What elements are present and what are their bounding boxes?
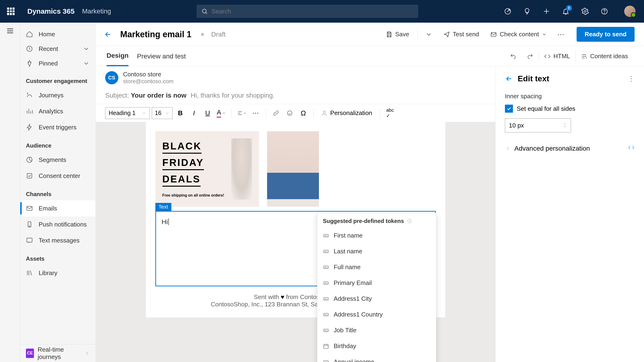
svg-text:Abc: Abc xyxy=(324,361,328,362)
redo-button[interactable] xyxy=(522,53,539,60)
nav-pinned[interactable]: Pinned xyxy=(20,56,96,71)
underline-button[interactable]: U xyxy=(202,107,214,119)
tab-design[interactable]: Design xyxy=(106,46,128,66)
emoji-button[interactable] xyxy=(284,107,296,119)
svg-text:Abc: Abc xyxy=(324,250,328,253)
html-button[interactable]: HTML xyxy=(539,52,576,60)
panel-back-icon[interactable] xyxy=(505,75,513,83)
text-content: Hi xyxy=(162,218,169,226)
more-formatting[interactable]: ⋯ xyxy=(250,107,262,119)
undo-button[interactable] xyxy=(505,53,522,60)
notification-badge: 8 xyxy=(566,5,572,11)
settings-icon[interactable] xyxy=(581,7,589,16)
hero-section[interactable]: BLACK FRIDAY DEALS Free shipping on all … xyxy=(155,122,436,207)
sender-row[interactable]: CS Contoso store store@contoso.com xyxy=(96,66,495,89)
align-button[interactable] xyxy=(236,107,248,119)
ready-to-send-button[interactable]: Ready to send xyxy=(576,27,634,42)
info-icon[interactable] xyxy=(407,218,412,224)
svg-point-5 xyxy=(584,10,586,12)
svg-point-7 xyxy=(604,13,604,13)
nav-consent-center[interactable]: Consent center xyxy=(20,168,96,184)
app-launcher[interactable] xyxy=(4,8,18,15)
color-button[interactable]: A xyxy=(216,107,227,119)
add-icon[interactable] xyxy=(542,7,551,16)
area-switcher[interactable]: CE Real-time journeys xyxy=(20,344,96,362)
panel-menu[interactable]: ⋮ xyxy=(628,75,634,82)
tabs-bar: Design Preview and test HTML Content ide… xyxy=(96,46,644,66)
more-commands[interactable]: ⋯ xyxy=(555,30,567,38)
share-icon[interactable] xyxy=(504,7,512,16)
spellcheck-button[interactable]: abc✓ xyxy=(384,107,396,119)
back-button[interactable] xyxy=(103,29,113,40)
advanced-personalization-toggle[interactable]: Advanced personalization xyxy=(505,144,634,152)
chevron-down-icon[interactable] xyxy=(563,126,567,128)
nav-library[interactable]: Library xyxy=(20,265,96,281)
token-item[interactable]: AbcJob Title xyxy=(317,322,436,338)
global-nav-toggle[interactable] xyxy=(0,22,20,362)
user-avatar[interactable] xyxy=(624,6,636,17)
token-item[interactable]: AbcFirst name xyxy=(317,228,436,244)
subject-row[interactable]: Subject: Your order is now Hi, thanks fo… xyxy=(96,89,495,104)
topbar: Dynamics 365 Marketing 8 xyxy=(0,0,644,22)
symbol-button[interactable]: Ω xyxy=(298,107,309,119)
nav-text[interactable]: Text messages xyxy=(20,232,96,248)
nav-recent[interactable]: Recent xyxy=(20,42,96,56)
hero-image-1 xyxy=(231,138,252,200)
nav-journeys[interactable]: Journeys xyxy=(20,87,96,103)
svg-text:Abc: Abc xyxy=(324,266,328,268)
save-button[interactable]: Save xyxy=(382,29,412,40)
italic-button[interactable]: I xyxy=(188,107,200,119)
nav-event-triggers[interactable]: Event triggers xyxy=(20,119,96,135)
token-item[interactable]: Birthday xyxy=(317,338,436,354)
save-dropdown[interactable] xyxy=(422,29,436,40)
code-icon[interactable] xyxy=(628,144,634,152)
nav-push[interactable]: Push notifications xyxy=(20,216,96,232)
token-item[interactable]: AbcAddress1 Country xyxy=(317,306,436,322)
link-button[interactable] xyxy=(270,107,282,119)
token-item[interactable]: AbcPrimary Email xyxy=(317,275,436,291)
token-popup: Suggested pre-defined tokens AbcFirst na… xyxy=(317,213,436,362)
chevron-up-icon[interactable] xyxy=(563,123,567,125)
area-badge: CE xyxy=(26,348,34,358)
search-icon xyxy=(201,8,208,14)
test-send-button[interactable]: Test send xyxy=(440,29,482,40)
personalization-button[interactable]: Personalization xyxy=(318,109,376,117)
token-popup-header: Suggested pre-defined tokens xyxy=(317,213,436,228)
sender-name: Contoso store xyxy=(123,71,174,78)
content-ideas-button[interactable]: Content ideas xyxy=(576,52,633,60)
svg-point-16 xyxy=(29,226,30,226)
svg-text:Abc: Abc xyxy=(324,330,328,332)
global-search[interactable] xyxy=(196,5,418,18)
nav-segments[interactable]: Segments xyxy=(20,152,96,168)
check-content-button[interactable]: Check content xyxy=(487,29,550,40)
bold-button[interactable]: B xyxy=(174,107,186,119)
panel-title: Edit text xyxy=(518,74,549,83)
token-item[interactable]: AbcAnnual income xyxy=(317,354,436,362)
nav-home[interactable]: Home xyxy=(20,27,96,42)
svg-rect-13 xyxy=(27,174,32,178)
search-input[interactable] xyxy=(212,8,414,15)
app-name[interactable]: Marketing xyxy=(82,8,111,15)
nav-emails[interactable]: Emails xyxy=(20,200,96,216)
token-item[interactable]: AbcAddress1 City xyxy=(317,291,436,306)
tab-preview[interactable]: Preview and test xyxy=(137,47,186,66)
notifications-icon[interactable]: 8 xyxy=(562,7,570,16)
chevron-down-icon xyxy=(83,45,90,52)
help-icon[interactable] xyxy=(600,7,609,16)
spacing-input[interactable]: 10 px xyxy=(505,118,571,132)
nav-analytics[interactable]: Analytics xyxy=(20,103,96,119)
svg-line-1 xyxy=(206,12,207,14)
token-item[interactable]: AbcFull name xyxy=(317,259,436,275)
fontsize-select[interactable]: 16 xyxy=(152,107,172,119)
equal-sides-checkbox[interactable]: Set equal for all sides xyxy=(505,105,634,113)
style-select[interactable]: Heading 1 xyxy=(105,107,150,119)
status-text: Draft xyxy=(211,31,226,38)
nav-section-assets: Assets xyxy=(20,248,96,265)
lightbulb-icon[interactable] xyxy=(523,7,531,16)
svg-point-0 xyxy=(202,9,206,13)
brand[interactable]: Dynamics 365 xyxy=(27,7,74,15)
svg-text:Abc: Abc xyxy=(324,282,328,284)
svg-point-22 xyxy=(287,111,292,116)
token-item[interactable]: AbcLast name xyxy=(317,244,436,259)
block-tag: Text xyxy=(155,203,171,211)
